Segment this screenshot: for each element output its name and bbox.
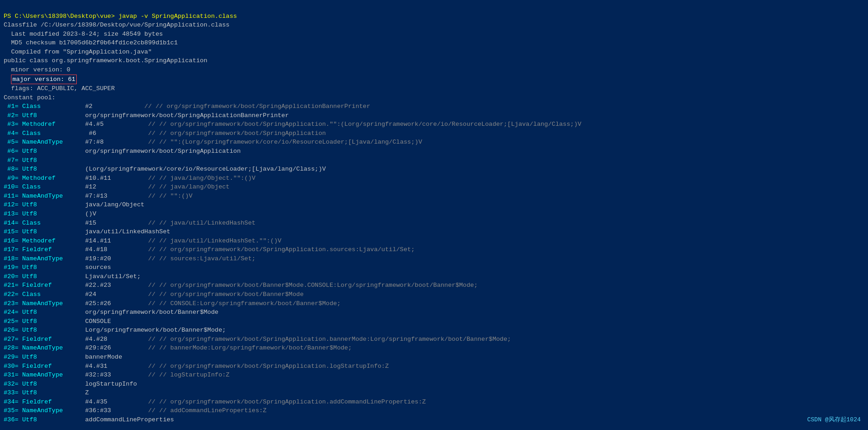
entry-comment: // // org/springframework/boot/SpringApp… (141, 130, 326, 137)
entry-num: #26 (4, 327, 15, 333)
entry-type: = Class (15, 130, 85, 137)
table-row: #4= Class #6 // // org/springframework/b… (4, 129, 864, 138)
entry-num: #18 (4, 255, 15, 262)
entry-num: #24 (4, 309, 15, 316)
entry-ref: org/springframework/boot/Banner$Mode (85, 309, 218, 316)
entry-ref: Ljava/util/Set; (85, 273, 141, 280)
entry-ref: java/util/LinkedHashSet (85, 228, 170, 235)
entry-comment: // // org/springframework/boot/Banner$Mo… (141, 282, 478, 289)
meta-block: Last modified 2023-8-24; size 48549 byte… (4, 30, 864, 93)
entry-comment: // // org/springframework/boot/Banner$Mo… (141, 291, 304, 298)
entry-comment: // // org/springframework/boot/SpringApp… (141, 336, 511, 343)
table-row: #13= Utf8 ()V (4, 210, 864, 219)
table-row: #35= NameAndType #36:#33 // // addComman… (4, 406, 864, 415)
entry-comment: // // java/util/LinkedHashSet (141, 220, 256, 226)
entry-type: = Class (15, 103, 81, 110)
entry-num: #1 (4, 103, 15, 110)
table-row: #30= Fieldref #4.#31 // // org/springfra… (4, 362, 864, 371)
entry-num: #27 (4, 336, 15, 343)
entry-comment: // // bannerMode:Lorg/springframework/bo… (141, 344, 352, 351)
entry-ref: #4.#35 (85, 398, 141, 405)
table-row: #33= Utf8 Z (4, 388, 864, 398)
entry-num: #16 (4, 237, 15, 244)
table-row: #34= Fieldref #4.#35 // // org/springfra… (4, 398, 864, 407)
entry-num: #14 (4, 220, 15, 226)
entry-type: = Utf8 (15, 416, 85, 423)
entry-num: #13 (4, 210, 15, 217)
table-row: #17= Fieldref #4.#18 // // org/springfra… (4, 245, 864, 254)
table-row: #28= NameAndType #29:#26 // // bannerMod… (4, 344, 864, 353)
entry-num: #22 (4, 291, 15, 298)
entry-ref: #32:#33 (85, 371, 141, 378)
entry-ref: org/springframework/boot/SpringApplicati… (85, 148, 240, 155)
entry-type: = Fieldref (15, 246, 85, 253)
prompt-line: PS C:\Users\18398\Desktop\vue> javap -v … (4, 13, 237, 20)
entry-num: #36 (4, 416, 15, 423)
entry-type: = Fieldref (15, 398, 85, 405)
entry-comment: // // addCommandLineProperties:Z (141, 407, 266, 414)
entry-num: #28 (4, 344, 15, 351)
table-row: #24= Utf8 org/springframework/boot/Banne… (4, 308, 864, 317)
table-row: #15= Utf8 java/util/LinkedHashSet (4, 227, 864, 236)
entry-num: #19 (4, 264, 15, 271)
table-row: #31= NameAndType #32:#33 // // logStartu… (4, 371, 864, 380)
entry-type: = Methodref (15, 121, 85, 128)
entry-ref: #4.#28 (85, 336, 141, 343)
entry-ref: java/lang/Object (85, 201, 144, 208)
entry-type: = Utf8 (15, 264, 85, 271)
entry-comment: // // org/springframework/boot/SpringApp… (137, 103, 370, 110)
watermark: CSDN @风存起1024 (807, 416, 861, 425)
table-row: #7= Utf8 (4, 156, 864, 165)
entry-type: = Utf8 (15, 389, 85, 396)
entry-type: = Class (15, 291, 85, 298)
table-row: #36= Utf8 addCommandLineProperties (4, 415, 864, 425)
entry-type: = Utf8 (15, 327, 85, 333)
entry-num: #2 (4, 112, 15, 119)
entry-ref: #2 (81, 103, 137, 110)
entry-type: = Utf8 (15, 228, 85, 235)
table-row: #18= NameAndType #19:#20 // // sources:L… (4, 254, 864, 263)
table-row: #32= Utf8 logStartupInfo (4, 380, 864, 389)
table-row: #2= Utf8 org/springframework/boot/Spring… (4, 111, 864, 120)
entry-type: = Fieldref (15, 336, 85, 343)
entry-ref: ()V (85, 210, 96, 217)
entry-type: = Utf8 (15, 157, 85, 164)
entry-ref: #4.#31 (85, 363, 141, 370)
prompt: PS C:\Users\18398\Desktop\vue> javap -v … (4, 13, 237, 20)
entry-ref: #15 (85, 220, 141, 226)
entry-type: = Fieldref (15, 363, 85, 370)
entry-ref: #4.#5 (85, 121, 141, 128)
entry-ref: #7:#13 (85, 193, 141, 199)
entry-comment: // // logStartupInfo:Z (141, 371, 229, 378)
entry-ref: #24 (85, 291, 141, 298)
entry-type: = Utf8 (15, 112, 85, 119)
meta-line-4: minor version: 0 (4, 65, 864, 75)
table-row: #5= NameAndType #7:#8 // // "":(Lorg/spr… (4, 138, 864, 147)
entry-num: #29 (4, 354, 15, 360)
entry-type: = Utf8 (15, 381, 85, 387)
entry-num: #33 (4, 389, 15, 396)
table-row: #8= Utf8 (Lorg/springframework/core/io/R… (4, 165, 864, 174)
entry-num: #31 (4, 371, 15, 378)
table-row: #12= Utf8 java/lang/Object (4, 200, 864, 210)
classfile-line: Classfile /C:/Users/18398/Desktop/vue/Sp… (4, 22, 229, 28)
entry-ref: #7:#8 (85, 139, 141, 145)
entry-num: #6 (4, 148, 15, 155)
entry-type: = Utf8 (15, 354, 85, 360)
entry-num: #34 (4, 398, 15, 405)
entry-ref: (Lorg/springframework/core/io/ResourceLo… (85, 166, 326, 172)
entry-type: = NameAndType (15, 193, 85, 199)
entry-type: = Methodref (15, 237, 85, 244)
entry-ref: #19:#20 (85, 255, 141, 262)
entry-type: = Class (15, 183, 85, 190)
entry-num: #10 (4, 183, 15, 190)
entry-ref: addCommandLineProperties (85, 416, 174, 423)
terminal-window: PS C:\Users\18398\Desktop\vue> javap -v … (4, 3, 864, 30)
entry-comment: // // java/lang/Object."":()V (141, 175, 256, 182)
major-version-highlight: major version: 61 (11, 75, 77, 85)
table-row: #1= Class #2 // // org/springframework/b… (4, 102, 864, 111)
constant-pool-header: Constant pool: (4, 93, 864, 102)
entry-comment: // // CONSOLE:Lorg/springframework/boot/… (141, 300, 341, 307)
entry-type: = Utf8 (15, 273, 85, 280)
entry-comment: // // java/lang/Object (141, 183, 229, 190)
